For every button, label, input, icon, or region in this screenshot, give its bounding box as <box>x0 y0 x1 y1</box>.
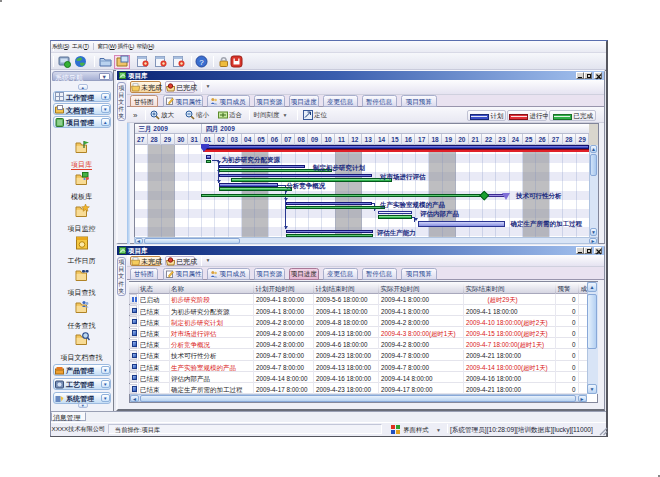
svg-text:?: ? <box>199 58 204 67</box>
